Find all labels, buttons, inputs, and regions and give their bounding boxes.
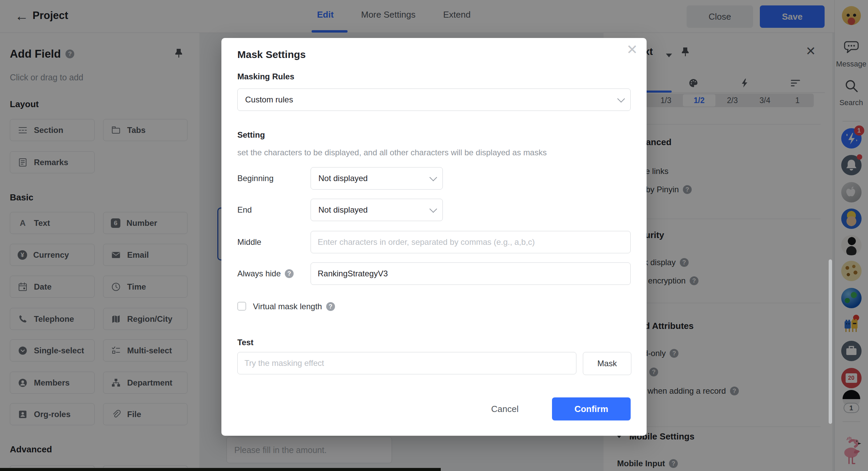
masking-rules-select[interactable]: Custom rules [237,89,631,111]
middle-label: Middle [237,231,261,253]
masking-rules-label: Masking Rules [237,72,294,81]
virtual-mask-checkbox[interactable] [237,302,246,311]
test-title: Test [237,338,254,347]
beginning-select[interactable]: Not displayed [311,167,443,190]
setting-description: set the characters to be displayed, and … [237,148,547,157]
beginning-value: Not displayed [318,174,368,183]
help-icon[interactable] [326,302,335,311]
virtual-mask-label: Virtual mask length [253,302,322,311]
test-input[interactable] [237,352,576,374]
confirm-button[interactable]: Confirm [552,397,631,420]
virtual-mask-row: Virtual mask length [253,302,335,311]
beginning-label: Beginning [237,167,274,190]
always-hide-label: Always hide [237,262,294,285]
app-screen: ← Project Edit More Settings Extend Clos… [0,0,868,471]
cancel-button[interactable]: Cancel [479,397,530,420]
help-icon[interactable] [285,269,294,278]
modal-title: Mask Settings [237,49,306,60]
chevron-down-icon [430,174,437,181]
setting-title: Setting [237,130,265,140]
masking-rules-value: Custom rules [245,95,293,104]
mask-button[interactable]: Mask [583,352,631,375]
end-label: End [237,199,252,221]
chevron-down-icon [430,205,437,213]
modal-close-icon[interactable]: ✕ [626,43,638,56]
always-hide-label-text: Always hide [237,269,281,278]
end-value: Not displayed [318,205,368,215]
mask-settings-modal: Mask Settings ✕ Masking Rules Custom rul… [221,38,647,436]
chevron-down-icon [617,95,625,103]
scrollbar-thumb[interactable] [829,259,832,424]
always-hide-input[interactable] [311,262,631,285]
end-select[interactable]: Not displayed [311,199,443,221]
middle-input[interactable] [311,231,631,253]
